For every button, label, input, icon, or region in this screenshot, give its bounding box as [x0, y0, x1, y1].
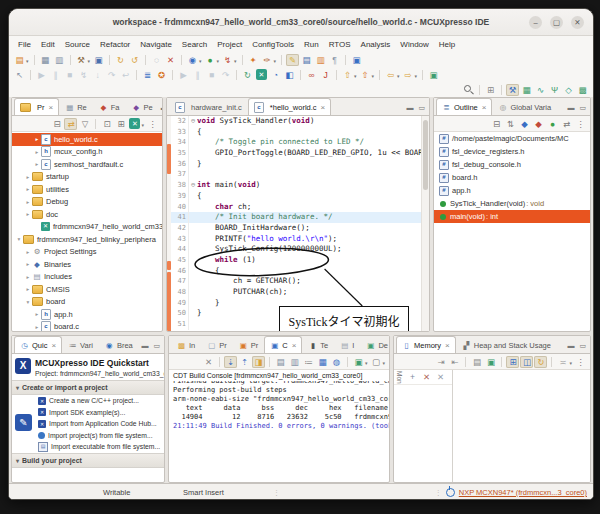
minimize-view-icon[interactable]: ▬	[161, 104, 162, 112]
close-tab-icon[interactable]: ×	[321, 103, 326, 112]
fold-icon[interactable]: ⊖	[189, 116, 197, 127]
tab-memory[interactable]: ▯Memory×	[396, 336, 456, 353]
hide-static-icon[interactable]: ◆	[532, 118, 545, 130]
linkserver-icon[interactable]: ∞	[305, 69, 318, 81]
menu-rtos[interactable]: RTOS	[324, 40, 356, 49]
link-editor-icon[interactable]: ⇄	[560, 118, 573, 130]
add-monitor-icon[interactable]: +	[406, 371, 419, 383]
import-icon[interactable]: ⇤	[448, 356, 461, 368]
maximize-view-icon[interactable]: ▭	[579, 104, 586, 112]
menu-edit[interactable]: Edit	[36, 40, 60, 49]
resume-all-icon[interactable]: ▶	[177, 69, 190, 81]
tree-item-board[interactable]: ▾board	[12, 296, 162, 309]
tab-i[interactable]: ▤I	[334, 336, 360, 353]
quickstart-link-import-project-s-from-file-system[interactable]: Import project(s) from file system...	[12, 430, 164, 442]
maximize-view-icon[interactable]: ▭	[418, 104, 425, 112]
expander-icon[interactable]: ▸	[24, 211, 32, 217]
flash-icon[interactable]: ↯	[221, 54, 234, 66]
tab-hello-world-c[interactable]: c*hello_world.c×	[248, 98, 331, 115]
undo-build-icon[interactable]: ↺	[128, 54, 141, 66]
outline-item-app-h[interactable]: #app.h	[434, 184, 590, 197]
resume-icon[interactable]: ▶	[35, 69, 48, 81]
expander-icon[interactable]: ▾	[24, 299, 32, 305]
docs-icon[interactable]: ▥	[314, 54, 327, 66]
close-tab-icon[interactable]: ×	[445, 341, 450, 350]
erase-flash-dropdown[interactable]: ▾	[372, 73, 375, 79]
menu-navigate[interactable]: Navigate	[135, 40, 177, 49]
gui-flash-tool-icon[interactable]: ✦	[247, 54, 260, 66]
tree-item-startup[interactable]: ▸startup	[12, 171, 162, 184]
debug-icon[interactable]: ◉	[186, 54, 199, 66]
link-memory-dropdown[interactable]: ▾	[569, 360, 572, 366]
menu-refactor[interactable]: Refactor	[95, 40, 135, 49]
perspective-secure-icon[interactable]: ◇	[562, 84, 575, 96]
open-perspective-icon[interactable]: ⊞	[484, 84, 497, 96]
tree-item-utilities[interactable]: ▸utilities	[12, 183, 162, 196]
titlebar[interactable]: workspace - frdmmcxn947_hello_world_cm33…	[9, 9, 593, 36]
quickstart-link-create-a-new-c-c-project[interactable]: ✕Create a new C/C++ project...	[12, 395, 164, 407]
previous-console-icon[interactable]: ⇡	[238, 356, 251, 368]
next-console-icon[interactable]: ⇣	[224, 356, 237, 368]
clear-console-icon[interactable]: ✕	[202, 356, 215, 368]
manage-sdks-icon[interactable]: ▣	[92, 54, 105, 66]
tab-pr[interactable]: ▣Pr	[233, 336, 265, 353]
menu-search[interactable]: Search	[177, 40, 212, 49]
minimize-view-icon[interactable]: ▬	[567, 342, 574, 350]
link-with-editor-icon[interactable]: ⇄	[64, 118, 77, 130]
step-over-icon[interactable]: ↷	[105, 69, 118, 81]
display-selected-console-dropdown[interactable]: ▾	[382, 360, 385, 366]
minimize-view-icon[interactable]: ▬	[141, 342, 148, 350]
flash-dropdown[interactable]: ▾	[234, 58, 237, 64]
tab-in[interactable]: ▩In	[171, 336, 201, 353]
expander-icon[interactable]: ▸	[24, 286, 32, 292]
tab-outline[interactable]: ≣Outline×	[436, 98, 492, 115]
remove-all-monitors-icon[interactable]: ✕	[434, 371, 447, 383]
hide-non-public-icon[interactable]: ●	[546, 118, 559, 130]
refresh-icon[interactable]: ↻	[114, 54, 127, 66]
expander-icon[interactable]: ▸	[24, 261, 32, 267]
word-wrap-icon[interactable]: ▤	[274, 356, 287, 368]
quickstart-link-import-from-application-code-hub[interactable]: ✕Import from Application Code Hub...	[12, 418, 164, 430]
tree-item-includes[interactable]: ▸▤Includes	[12, 271, 162, 284]
run-icon[interactable]: ●	[204, 54, 217, 66]
suspend-all-icon[interactable]: ∥	[191, 69, 204, 81]
tab-pr[interactable]: ▢Pr	[201, 336, 233, 353]
perspective-peripherals-icon[interactable]: ▩	[576, 84, 589, 96]
tab-te[interactable]: ▮Te	[302, 336, 334, 353]
terminate-builds-icon[interactable]: ✕	[164, 54, 177, 66]
step-return-icon[interactable]: ↩	[119, 69, 132, 81]
outline-item-home-pastelmagic-documents-mc[interactable]: #/home/pastelmagic/Documents/MC	[434, 132, 590, 145]
pin-icon[interactable]: ¶	[328, 54, 341, 66]
close-tab-icon[interactable]: ×	[49, 103, 54, 112]
tab-pr[interactable]: Pr×	[14, 98, 59, 115]
live-plot-icon[interactable]: ◔	[269, 69, 282, 81]
target-link[interactable]: NXP MCXN947* (frdmmcxn...3_core0)	[459, 488, 587, 497]
run-dropdown[interactable]: ▾	[217, 58, 220, 64]
feedback-icon[interactable]: ◍	[330, 356, 343, 368]
new-icon[interactable]: ▤	[13, 54, 26, 66]
minimize-button[interactable]: –	[529, 16, 542, 29]
tab-pe[interactable]: ◆Pe	[126, 98, 159, 115]
close-tab-icon[interactable]: ×	[482, 103, 487, 112]
save-icon[interactable]: ▦	[39, 54, 52, 66]
quick-access-search-icon[interactable]	[462, 84, 475, 96]
refresh-memory-icon[interactable]: ↻	[534, 356, 547, 368]
new-memory-view-icon[interactable]: ▤	[470, 356, 483, 368]
scrollbar-thumb[interactable]	[423, 120, 428, 190]
outline-item-main-void[interactable]: main(void) : int	[434, 210, 590, 223]
expander-icon[interactable]: ▸	[24, 174, 32, 180]
tree-item-doc[interactable]: ▸doc	[12, 208, 162, 221]
collapse-all-icon[interactable]: ⊟	[490, 118, 503, 130]
expander-icon[interactable]: ▸	[24, 249, 32, 255]
tab-global-varia[interactable]: ◎Global Varia	[492, 98, 557, 115]
tree-item-frdmmcxn947-hello-world-cm33[interactable]: ✕frdmmcxn947_hello_world_cm33	[12, 221, 162, 234]
quickstart-link-import-executable-from-file-system[interactable]: ▤Import executable from file system...	[12, 441, 164, 453]
tab-c[interactable]: ▣C×	[264, 336, 302, 353]
outline-item-fsl-debug-console-h[interactable]: #fsl_debug_console.h	[434, 158, 590, 171]
open-console-dropdown[interactable]: ▾	[365, 360, 368, 366]
console-output[interactable]: Finished building target: frdmmcxn947_he…	[169, 381, 389, 482]
menu-source[interactable]: Source	[60, 40, 95, 49]
expander-icon[interactable]: ▸	[24, 186, 32, 192]
view-menu-icon[interactable]: ⋮	[146, 118, 159, 130]
toggle-tree-icon[interactable]: ⊞	[506, 356, 519, 368]
